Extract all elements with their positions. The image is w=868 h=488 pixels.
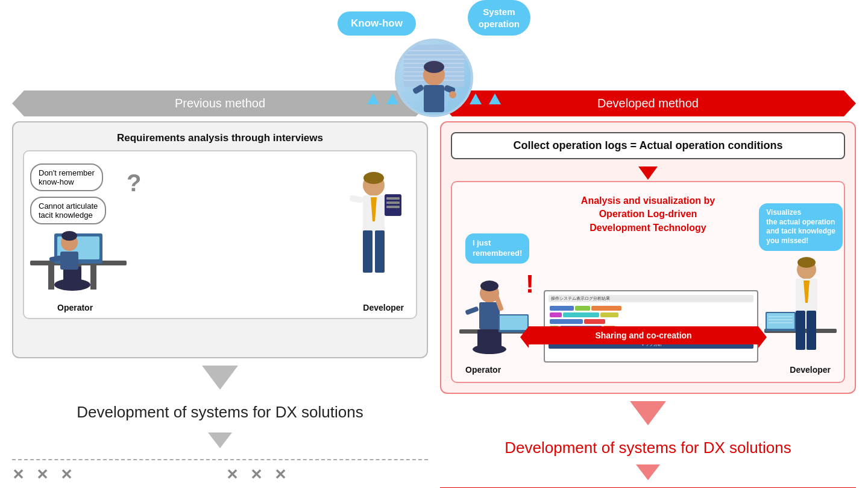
columns-container: Previous method Requirements analysis th… [12, 90, 856, 488]
left-x-row2: ✕ ✕ ✕ [226, 466, 428, 483]
left-developer-label: Developer [363, 302, 404, 313]
left-content-box: Requirements analysis through interviews… [12, 121, 428, 358]
developer-person-svg [338, 161, 410, 300]
system-bubble: System operation [468, 0, 530, 36]
sharing-arrow-container: Sharing and co-creation [529, 326, 758, 344]
top-center-section: Know-how System operation [338, 0, 530, 117]
left-illustration: Don't remember know-how Cannot articulat… [23, 150, 417, 319]
bar-5 [563, 312, 599, 317]
svg-point-10 [424, 61, 444, 73]
left-bottom-two: ✕ ✕ ✕ Developer cannot fully reflect act… [12, 466, 428, 488]
svg-rect-31 [363, 230, 373, 273]
svg-rect-37 [386, 201, 400, 204]
arrow-small-gray [208, 433, 232, 448]
right-illus-labels: Operator Developer [459, 363, 837, 375]
svg-point-14 [449, 91, 456, 98]
left-box-title: Requirements analysis through interviews [23, 132, 417, 144]
right-bottom-section: ✦ ✦ ✦ Actual operation conditions and kn… [440, 484, 856, 488]
bar-8 [584, 319, 605, 324]
svg-rect-43 [465, 306, 479, 315]
right-main-arrow [440, 398, 856, 429]
left-bottom-item2: ✕ ✕ ✕ Development takes longer. [226, 466, 428, 488]
developer-speech-bubble: Visualizes the actual operation and taci… [759, 203, 843, 250]
bar-4 [550, 312, 562, 317]
right-operator-label: Operator [465, 365, 501, 375]
arrow-down-red-small [638, 166, 658, 180]
person-svg [401, 42, 467, 114]
right-column: Developed method Collect operation logs … [440, 90, 856, 488]
operator-person-svg [24, 167, 133, 300]
svg-rect-16 [48, 265, 54, 290]
screen-bar-row-3 [550, 319, 752, 324]
knowhow-bubble: Know-how [338, 11, 416, 36]
left-divider [12, 459, 428, 460]
left-bottom-item1: ✕ ✕ ✕ Developer cannot fully reflect act… [12, 466, 214, 488]
svg-rect-38 [386, 206, 400, 208]
right-illus-row: I just remembered! [459, 239, 837, 363]
left-bottom-section: ✕ ✕ ✕ Developer cannot fully reflect act… [12, 455, 428, 488]
svg-rect-54 [796, 311, 805, 350]
operator-speech-bubble: I just remembered! [465, 233, 529, 264]
svg-rect-32 [375, 230, 385, 273]
bar-6 [600, 312, 618, 317]
arrow-down-gray [202, 366, 238, 390]
bubble-row: Know-how System operation [338, 0, 530, 36]
svg-rect-33 [349, 195, 363, 203]
arrow-right-head [758, 326, 767, 348]
svg-rect-23 [60, 252, 78, 270]
svg-point-41 [480, 280, 498, 291]
svg-rect-55 [807, 311, 816, 350]
right-developer-label: Developer [790, 365, 831, 375]
svg-rect-42 [479, 302, 500, 329]
right-dx-heading: Development of systems for DX solutions [440, 439, 856, 457]
right-arrow-small [440, 464, 856, 480]
svg-rect-36 [386, 197, 400, 200]
arrow-small-red [636, 464, 660, 480]
screen-title-bar: 操作システム表示ログ分析結果 [549, 295, 753, 302]
screen-bar-row-2 [550, 312, 752, 317]
bar-7 [550, 319, 583, 324]
arrow-down-red-main [630, 401, 666, 425]
svg-rect-57 [767, 313, 794, 329]
left-column: Previous method Requirements analysis th… [12, 90, 428, 488]
left-x-row: ✕ ✕ ✕ [12, 466, 214, 483]
svg-point-25 [61, 231, 77, 241]
right-content-box: Collect operation logs = Actual operatio… [440, 121, 856, 394]
left-arrow-small [12, 429, 428, 452]
left-dx-heading: Development of systems for DX solutions [12, 403, 428, 422]
collect-box: Collect operation logs = Actual operatio… [451, 132, 845, 159]
svg-point-28 [363, 172, 384, 184]
exclamation-mark: ! [526, 270, 534, 299]
arrow-left-head [520, 326, 529, 348]
left-bottom-text1: Developer cannot fully reflect actual op… [12, 486, 214, 488]
svg-rect-11 [424, 85, 444, 112]
bar-1 [550, 306, 574, 311]
person-circle [395, 39, 473, 117]
bar-3 [591, 306, 621, 311]
left-arrow-down [12, 362, 428, 393]
screen-bar-row-1 [550, 306, 752, 311]
right-developer-svg [764, 239, 837, 360]
right-illustration: Analysis and visualization by Operation … [451, 181, 845, 383]
svg-point-46 [473, 344, 506, 354]
left-bottom-text2: Development takes longer. [226, 486, 428, 488]
left-operator-label: Operator [57, 302, 93, 313]
svg-rect-17 [90, 265, 96, 290]
sharing-arrow: Sharing and co-creation [529, 326, 758, 344]
svg-point-51 [797, 257, 816, 268]
right-developer-container: Visualizes the actual operation and taci… [764, 239, 837, 363]
bar-2 [575, 306, 590, 311]
right-collect-arrow [451, 166, 845, 180]
main-container: Know-how System operation [0, 0, 868, 488]
